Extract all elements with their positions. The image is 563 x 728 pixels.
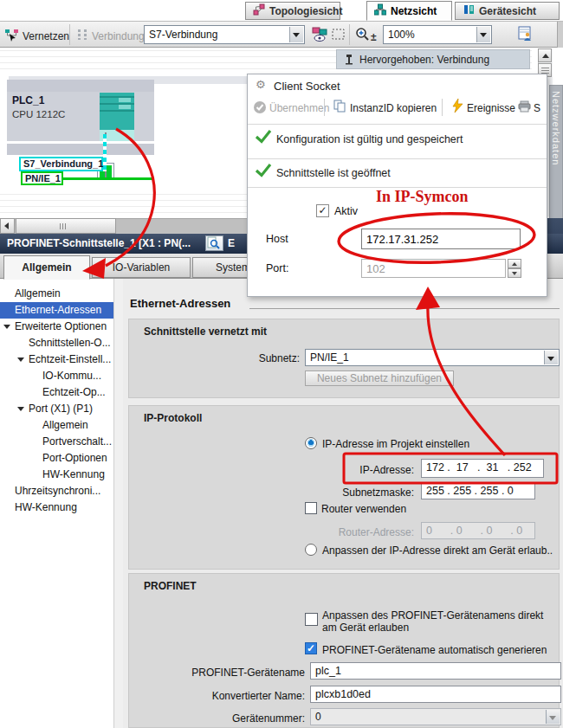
dialog-title: Client Socket [274,80,340,93]
s7-connection-line[interactable] [103,134,107,171]
router-adresse-field: 0 . 0 . 0 . 0 [421,522,535,539]
vernetzen-icon [4,28,19,45]
zoom-in-icon[interactable] [355,27,371,45]
radio-ip-device[interactable] [305,544,317,556]
tree-item-port-allgemein[interactable]: Allgemein [0,417,113,434]
pin-icon[interactable] [344,54,354,68]
check-icon [255,163,272,180]
expander-icon[interactable] [3,325,10,329]
more-button-cut[interactable]: S [534,102,540,114]
chevron-down-icon[interactable] [289,27,303,42]
tree-item-erweiterte-optionen[interactable]: Erweiterte Optionen [0,319,113,335]
arrow-left-icon [4,222,9,229]
tree-item-uhrzeitsynchronisation[interactable]: Uhrzeitsynchroni... [0,483,113,499]
geraetenummer-value: 0 [315,711,321,723]
scroll-left-button[interactable] [0,218,15,234]
badge-label: Hervorgehoben: Verbindung [359,54,489,66]
tree-item-echtzeit-optionen[interactable]: Echtzeit-Op... [0,384,113,401]
subnetz-select[interactable]: PN/IE_1 [305,349,560,366]
plc-station[interactable]: PLC_1 CPU 1212C [7,80,154,155]
scroll-up-button[interactable] [538,48,552,62]
adjust-name-label-line2: am Gerät erlauben [322,622,409,634]
s7-connection-label[interactable]: S7_Verbindung_1 [19,157,103,171]
arrow-up-icon [542,54,549,58]
tab-label: Topologiesicht [269,5,342,17]
host-input[interactable] [361,229,521,249]
ip-adresse-field[interactable]: 172 . 17 . 31 . 252 [421,459,544,478]
tree-item-port-hw-kennung[interactable]: HW-Kennung [0,467,113,483]
port-decrement-button[interactable] [508,268,521,278]
auto-generate-label: PROFINET-Gerätename automatisch generier… [322,644,547,656]
radio-ip-device-label: Anpassen der IP-Adresse direkt am Gerät … [322,544,553,557]
subnetzmaske-field[interactable]: 255 . 255 . 255 . 0 [421,482,535,499]
highlight-connection-icon[interactable] [312,27,328,46]
tree-scrollbar[interactable] [113,279,123,728]
aktiv-label: Aktiv [334,205,358,217]
chevron-down-icon[interactable] [544,351,558,364]
adjust-name-checkbox[interactable] [305,613,318,626]
add-subnet-button[interactable]: Neues Subnetz hinzufügen [305,370,454,386]
expander-icon[interactable] [17,407,24,411]
tab-label: Netzsicht [391,5,437,17]
vernetzen-button[interactable]: Vernetzen [23,30,69,42]
printer-icon [518,100,531,115]
tab-label: Gerätesicht [479,5,536,17]
geraetenummer-label: Gerätenummer: [175,712,305,725]
tree-item-allgemein[interactable]: Allgemein [0,286,113,302]
tree-item-echtzeit-einstellungen[interactable]: Echtzeit-Einstell... [0,351,113,368]
geraetename-field[interactable]: plc_1 [310,662,561,680]
tree-item-hw-kennung[interactable]: HW-Kennung [0,499,113,516]
radio-ip-project-label: IP-Adresse im Projekt einstellen [322,438,469,450]
auto-generate-checkbox[interactable]: ✓ [305,642,317,654]
device-view-icon [463,3,475,18]
check-icon [255,129,272,146]
tree-item-schnittstellen-optionen[interactable]: Schnittstellen-O... [0,335,113,351]
expander-icon[interactable] [17,358,24,362]
events-button[interactable]: Ereignisse [467,102,515,114]
router-adresse-label: Router-Adresse: [327,526,414,538]
section-title: IP-Protokoll [144,412,202,424]
radio-ip-project[interactable] [305,437,317,449]
tab-netzsicht[interactable]: Netzsicht [366,1,452,21]
ip-symcon-annotation: In IP-Symcon [376,188,469,206]
topology-icon [253,3,265,18]
tab-topologiesicht[interactable]: Topologiesicht [245,2,340,20]
tab-allgemein[interactable]: Allgemein [3,255,90,280]
router-checkbox[interactable] [305,502,317,514]
chevron-down-icon[interactable] [476,27,490,42]
subnet-line[interactable] [63,177,152,180]
connection-type-select[interactable]: S7-Verbindung [144,25,305,44]
tree-item-port-x1-p1[interactable]: Port (X1) (P1) [0,401,113,417]
tree-item-portverschaltung[interactable]: Portverschalt... [0,434,113,450]
scrollbar-thumb[interactable] [16,218,116,234]
tree-item-io-kommunikation[interactable]: IO-Kommu... [0,368,113,384]
properties-title-cut: E [228,237,235,249]
tree-item-port-optionen[interactable]: Port-Optionen [0,450,113,467]
zoom-step-icon[interactable]: ± [371,31,377,43]
port-input[interactable] [361,259,506,278]
netzwerkdaten-tab[interactable]: Netzwerkdaten [549,85,563,222]
tree-item-ethernet-adressen[interactable]: Ethernet-Adressen [0,302,113,319]
zoom-level-select[interactable]: 100% [383,25,492,44]
port-increment-button[interactable] [508,259,521,268]
subnetz-value: PN/IE_1 [310,351,349,364]
apply-button[interactable]: Übernehmen [269,102,329,114]
konvertierter-name-field[interactable]: plcxb1d0ed [310,686,561,703]
section-title: PROFINET [144,580,197,592]
aktiv-checkbox[interactable]: ✓ [316,204,329,217]
page-setup-icon[interactable] [518,26,534,45]
client-socket-dialog: ⚙ Client Socket Übernehmen InstanzID kop… [247,74,547,297]
netzwerkdaten-label: Netzwerkdaten [551,91,561,165]
port-label: Port: [266,262,288,274]
copy-instanzid-button[interactable]: InstanzID kopieren [350,102,437,114]
host-label: Host [266,233,288,245]
selection-frame-icon[interactable] [332,29,346,43]
chevron-down-icon[interactable] [546,710,560,724]
tab-io-variablen[interactable]: IO-Variablen [92,257,191,278]
gear-icon: ⚙ [256,78,266,91]
router-checkbox-label: Router verwenden [321,503,406,515]
geraetenummer-select[interactable]: 0 [310,708,561,725]
subnet-label[interactable]: PN/IE_1 [21,171,63,185]
properties-icon-button[interactable] [205,235,223,251]
tab-geraetesicht[interactable]: Gerätesicht [455,2,560,20]
